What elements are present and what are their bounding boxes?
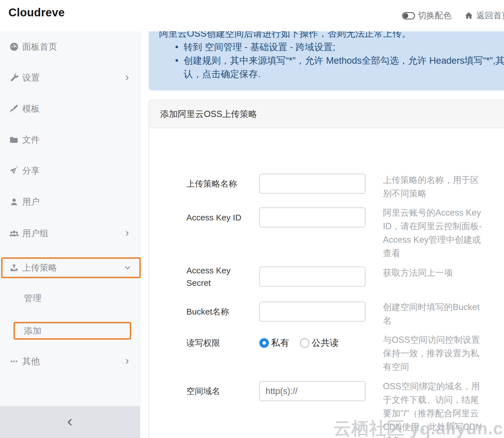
dashboard-icon (9, 42, 19, 52)
radio-public-read-label[interactable]: 公共读 (312, 337, 339, 349)
back-home-label: 返回首页 (476, 10, 504, 21)
theme-toggle-icon (402, 12, 415, 19)
sidebar-item-label: 文件 (22, 134, 40, 146)
form-row-access-key-secret: Access Key Secret (186, 267, 365, 287)
sidebar-item-dashboard[interactable]: 面板首页 (0, 37, 140, 57)
bucket-domain-label: 空间域名 (186, 385, 243, 397)
form-row-rw-permission: 读写权限 私有 公共读 (186, 333, 339, 353)
sidebar-item-add-policy[interactable]: 添加 (14, 322, 131, 340)
paper-plane-icon (9, 166, 19, 176)
form-row-bucket-domain: 空间域名 (186, 381, 365, 401)
oss-setup-notice: 阿里云OSS创建空间后请进行如下操作，否则无法正常上传。 • 转到 空间管理 -… (149, 21, 504, 90)
notice-bullet-2: • 创建规则，其中来源填写“*”，允许 Methods全部勾选，允许 Heade… (159, 54, 504, 67)
sidebar-item-label: 用户 (22, 196, 40, 208)
upload-icon (9, 263, 19, 273)
access-key-secret-input[interactable] (259, 267, 365, 287)
chevron-right-icon (124, 75, 130, 81)
ellipsis-icon (9, 357, 19, 366)
access-key-id-help: 阿里云账号的Access Key ID，请在阿里云控制面板- Access Ke… (383, 206, 496, 260)
bucket-name-help: 创建空间时填写的Bucket 名 (383, 300, 496, 328)
sidebar: 面板首页 设置 模板 文件 分享 (0, 31, 141, 406)
sidebar-item-users[interactable]: 用户 (0, 192, 140, 212)
policy-name-label: 上传策略名称 (186, 178, 243, 190)
top-bar: Cloudreve 切换配色 返回首页 (0, 0, 504, 31)
notice-bullet-2-text: 创建规则，其中来源填写“*”，允许 Methods全部勾选，允许 Headers… (184, 54, 504, 67)
admin-page: 阿里云OSS创建空间后请进行如下操作，否则无法正常上传。 • 转到 空间管理 -… (0, 0, 504, 438)
sidebar-item-label: 分享 (22, 165, 40, 177)
sidebar-item-label: 上传策略 (22, 262, 57, 274)
chevron-right-icon (124, 230, 130, 236)
bucket-name-label: Bucket名称 (186, 306, 243, 318)
sidebar-item-manage-policies[interactable]: 管理 (0, 288, 140, 308)
sidebar-collapse-bar[interactable] (0, 406, 140, 438)
sidebar-item-label: 模板 (22, 103, 40, 115)
access-key-id-input[interactable] (259, 207, 365, 227)
radio-private-label[interactable]: 私有 (271, 337, 289, 349)
sidebar-item-shares[interactable]: 分享 (0, 161, 140, 181)
sidebar-item-templates[interactable]: 模板 (0, 99, 140, 119)
sidebar-item-label: 添加 (24, 325, 41, 337)
access-key-secret-label: Access Key Secret (186, 264, 243, 289)
sidebar-item-user-groups[interactable]: 用户组 (0, 224, 140, 243)
sidebar-item-files[interactable]: 文件 (0, 130, 140, 150)
bullet-dot: • (175, 40, 184, 54)
form-row-bucket-name: Bucket名称 (186, 302, 365, 322)
wrench-icon (9, 73, 19, 83)
sidebar-item-label: 管理 (24, 292, 41, 304)
sidebar-item-label: 面板首页 (22, 41, 57, 53)
toggle-theme-label: 切换配色 (418, 10, 452, 21)
chevron-right-icon (124, 358, 130, 364)
sidebar-item-upload-policy[interactable]: 上传策略 (1, 257, 141, 278)
header-actions: 切换配色 返回首页 (402, 0, 504, 31)
policy-name-help: 上传策略的名称，用于区 别不同策略 (383, 173, 496, 200)
users-icon (9, 229, 19, 238)
app-logo[interactable]: Cloudreve (8, 6, 65, 19)
radio-private[interactable] (259, 338, 269, 348)
sidebar-item-others[interactable]: 其他 (0, 351, 140, 371)
access-key-secret-help: 获取方法同上一项 (383, 266, 496, 280)
sidebar-item-settings[interactable]: 设置 (0, 68, 140, 88)
site-watermark: 云栖社区 yq.aliyun.com (334, 417, 504, 438)
sidebar-item-label: 用户组 (22, 227, 48, 239)
toggle-theme-button[interactable]: 切换配色 (402, 10, 452, 21)
form-row-access-key-id: Access Key ID (186, 207, 365, 227)
add-oss-policy-card: 添加阿里云OSS上传策略 上传策略名称 上传策略的名称，用于区 别不同策略 Ac… (149, 100, 504, 438)
folder-icon (9, 135, 19, 145)
paintbrush-icon (9, 104, 19, 114)
bucket-name-input[interactable] (259, 302, 365, 322)
rw-permission-label: 读写权限 (186, 337, 243, 349)
form-row-policy-name: 上传策略名称 (186, 174, 365, 194)
sidebar-item-label: 其他 (22, 355, 40, 367)
chevron-down-icon (124, 264, 131, 271)
chevron-left-icon (66, 418, 75, 427)
bucket-domain-input[interactable] (259, 381, 365, 401)
card-title: 添加阿里云OSS上传策略 (160, 108, 257, 120)
home-icon (464, 11, 474, 21)
notice-closing: 认，点击确定保存. (159, 67, 504, 81)
card-header: 添加阿里云OSS上传策略 (149, 100, 504, 128)
back-home-button[interactable]: 返回首页 (464, 10, 504, 21)
radio-public-read[interactable] (300, 338, 309, 348)
user-icon (9, 197, 19, 207)
policy-name-input[interactable] (259, 174, 365, 194)
sidebar-item-label: 设置 (22, 72, 40, 84)
bullet-dot: • (175, 54, 184, 67)
notice-bullet-1-text: 转到 空间管理 - 基础设置 - 跨域设置; (184, 40, 335, 54)
access-key-id-label: Access Key ID (186, 211, 243, 224)
notice-bullet-1: • 转到 空间管理 - 基础设置 - 跨域设置; (159, 40, 504, 54)
rw-permission-radio-group: 私有 公共读 (259, 337, 339, 349)
rw-permission-help: 与OSS空间访问控制设置 保持一致，推荐设置为私 有空间 (383, 333, 496, 374)
